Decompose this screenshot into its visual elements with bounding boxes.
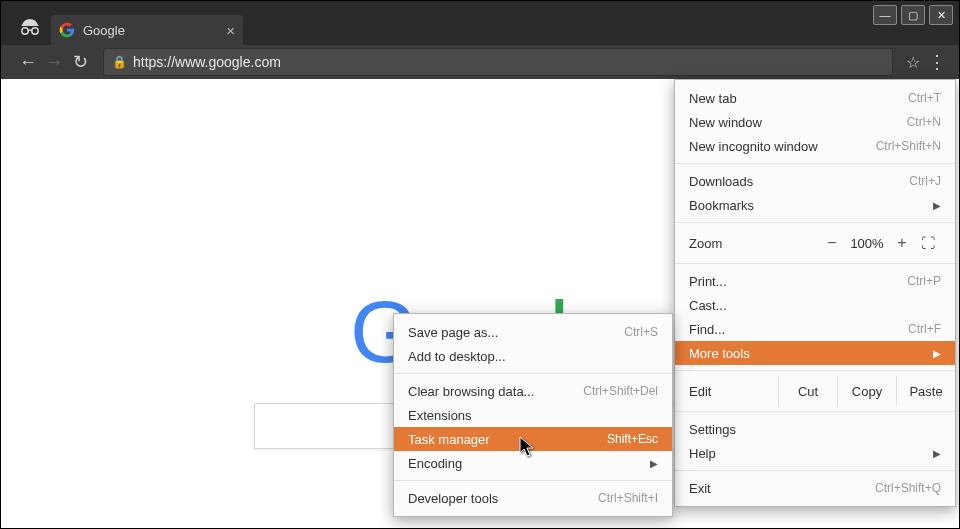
more-tools-submenu: Save page as...Ctrl+S Add to desktop... … [393, 313, 673, 517]
tab-close-icon[interactable]: × [226, 22, 235, 39]
submenu-developer-tools[interactable]: Developer toolsCtrl+Shift+I [394, 486, 672, 510]
menu-help[interactable]: Help▶ [675, 441, 955, 465]
menu-separator [675, 263, 955, 264]
menu-new-tab[interactable]: New tabCtrl+T [675, 86, 955, 110]
menu-separator [675, 470, 955, 471]
menu-separator [675, 370, 955, 371]
google-favicon-icon [59, 22, 75, 38]
menu-zoom-row: Zoom − 100% + ⛶ [675, 228, 955, 258]
submenu-extensions[interactable]: Extensions [394, 403, 672, 427]
forward-button[interactable]: → [41, 52, 67, 73]
edit-paste-button[interactable]: Paste [896, 376, 955, 406]
main-menu: New tabCtrl+T New windowCtrl+N New incog… [674, 79, 956, 507]
menu-exit[interactable]: ExitCtrl+Shift+Q [675, 476, 955, 500]
submenu-add-to-desktop[interactable]: Add to desktop... [394, 344, 672, 368]
zoom-label: Zoom [689, 236, 819, 251]
maximize-button[interactable]: ▢ [901, 5, 925, 25]
menu-separator [394, 373, 672, 374]
menu-new-incognito[interactable]: New incognito windowCtrl+Shift+N [675, 134, 955, 158]
submenu-save-page-as[interactable]: Save page as...Ctrl+S [394, 320, 672, 344]
menu-new-window[interactable]: New windowCtrl+N [675, 110, 955, 134]
browser-window: Google × — ▢ ✕ ← → ↻ 🔒 https://www.googl… [0, 0, 960, 529]
zoom-out-button[interactable]: − [819, 234, 845, 252]
menu-cast[interactable]: Cast... [675, 293, 955, 317]
menu-more-tools[interactable]: More tools▶ [675, 341, 955, 365]
zoom-value: 100% [845, 236, 889, 251]
bookmark-star-icon[interactable]: ☆ [901, 53, 925, 72]
lock-icon: 🔒 [112, 55, 127, 69]
menu-bookmarks[interactable]: Bookmarks▶ [675, 193, 955, 217]
menu-downloads[interactable]: DownloadsCtrl+J [675, 169, 955, 193]
tab-title: Google [83, 23, 125, 38]
svg-point-0 [22, 28, 28, 34]
tab-google[interactable]: Google × [51, 15, 243, 45]
edit-label: Edit [675, 384, 778, 399]
submenu-clear-browsing-data[interactable]: Clear browsing data...Ctrl+Shift+Del [394, 379, 672, 403]
menu-separator [675, 222, 955, 223]
menu-find[interactable]: Find...Ctrl+F [675, 317, 955, 341]
chevron-right-icon: ▶ [933, 448, 941, 459]
back-button[interactable]: ← [15, 52, 41, 73]
menu-settings[interactable]: Settings [675, 417, 955, 441]
submenu-task-manager[interactable]: Task managerShift+Esc [394, 427, 672, 451]
svg-point-1 [32, 28, 38, 34]
chevron-right-icon: ▶ [650, 458, 658, 469]
fullscreen-icon[interactable]: ⛶ [915, 235, 941, 251]
close-window-button[interactable]: ✕ [929, 5, 953, 25]
titlebar: Google × — ▢ ✕ [1, 1, 959, 45]
address-bar[interactable]: 🔒 https://www.google.com [103, 48, 893, 76]
menu-separator [675, 163, 955, 164]
edit-copy-button[interactable]: Copy [837, 376, 896, 406]
window-controls: — ▢ ✕ [873, 5, 953, 25]
menu-button[interactable]: ⋮ [925, 51, 949, 73]
submenu-encoding[interactable]: Encoding▶ [394, 451, 672, 475]
toolbar: ← → ↻ 🔒 https://www.google.com ☆ ⋮ [1, 45, 959, 79]
menu-separator [675, 411, 955, 412]
menu-print[interactable]: Print...Ctrl+P [675, 269, 955, 293]
chevron-right-icon: ▶ [933, 200, 941, 211]
edit-cut-button[interactable]: Cut [778, 376, 837, 406]
minimize-button[interactable]: — [873, 5, 897, 25]
chevron-right-icon: ▶ [933, 348, 941, 359]
menu-separator [394, 480, 672, 481]
incognito-icon [19, 19, 41, 38]
url-text: https://www.google.com [133, 54, 281, 70]
menu-edit-row: Edit Cut Copy Paste [675, 376, 955, 406]
zoom-in-button[interactable]: + [889, 234, 915, 252]
reload-button[interactable]: ↻ [67, 51, 93, 73]
